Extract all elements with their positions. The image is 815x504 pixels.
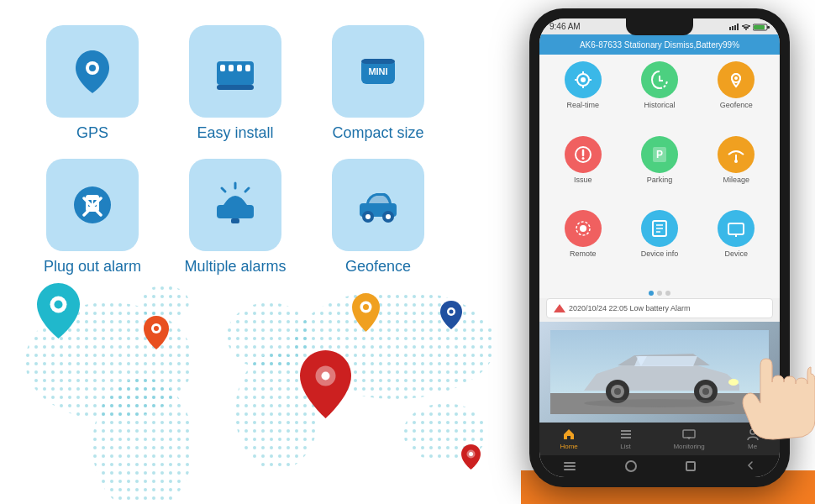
svg-rect-75 xyxy=(728,223,744,234)
svg-point-51 xyxy=(745,29,747,30)
phone-alert-text: 2020/10/24 22:05 Low battery Alarm xyxy=(569,304,691,312)
feature-geofence: Geofence xyxy=(311,159,445,276)
nav-monitoring-label: Monitoring xyxy=(673,443,704,450)
svg-rect-15 xyxy=(217,85,254,90)
svg-point-42 xyxy=(363,304,369,310)
map-pin-orange-medium-2 xyxy=(351,292,381,336)
app-parking[interactable]: P Parking xyxy=(623,136,696,207)
svg-point-87 xyxy=(702,388,709,395)
svg-point-40 xyxy=(322,372,330,381)
svg-point-32 xyxy=(365,214,371,219)
easy-install-icon-box xyxy=(189,25,281,118)
gps-icon-box xyxy=(46,25,139,118)
compact-size-icon-box: MINI xyxy=(332,25,424,118)
svg-point-56 xyxy=(581,77,586,82)
svg-rect-54 xyxy=(754,25,765,29)
nav-home[interactable]: Home xyxy=(560,428,577,450)
svg-point-38 xyxy=(154,326,159,331)
svg-rect-50 xyxy=(737,24,739,30)
features-grid: GPS Easy install MINI Comp xyxy=(25,25,445,276)
feature-compact-size: MINI Compact size xyxy=(311,25,445,142)
svg-text:MINI: MINI xyxy=(368,66,387,76)
svg-point-69 xyxy=(580,225,586,232)
android-nav-back xyxy=(745,459,755,474)
phone-notch xyxy=(626,18,693,35)
svg-text:P: P xyxy=(656,149,663,160)
svg-rect-49 xyxy=(734,25,736,30)
svg-rect-12 xyxy=(229,65,234,71)
svg-point-65 xyxy=(581,157,584,160)
svg-rect-18 xyxy=(361,59,395,64)
svg-point-34 xyxy=(386,214,391,219)
hand-pointer xyxy=(739,349,807,433)
app-issue-label: Issue xyxy=(574,176,592,184)
nav-home-label: Home xyxy=(560,443,577,450)
nav-monitoring[interactable]: Monitoring xyxy=(673,428,704,450)
app-historical[interactable]: Historical xyxy=(623,61,696,133)
plug-alarm-icon-box xyxy=(46,159,139,251)
app-realtime[interactable]: Real-time xyxy=(546,61,619,133)
phone-header: AK6-87633 Stationary Dismiss,Battery99% xyxy=(539,34,780,55)
svg-rect-13 xyxy=(237,65,242,71)
phone-time: 9:46 AM xyxy=(549,22,581,31)
svg-line-28 xyxy=(222,188,225,192)
feature-multiple-alarms: Multiple alarms xyxy=(168,159,302,276)
easy-install-label: Easy install xyxy=(197,124,273,142)
android-nav-square xyxy=(686,461,696,471)
svg-marker-78 xyxy=(554,304,565,312)
app-remote-label: Remote xyxy=(570,249,597,258)
app-mileage[interactable]: Mileage xyxy=(700,136,773,207)
svg-rect-47 xyxy=(729,27,731,30)
svg-rect-11 xyxy=(220,65,225,71)
svg-rect-53 xyxy=(767,26,770,29)
app-device-label: Device xyxy=(725,249,749,258)
svg-rect-29 xyxy=(231,218,239,223)
svg-point-9 xyxy=(89,65,96,71)
app-device[interactable]: Device xyxy=(700,210,773,281)
svg-rect-14 xyxy=(245,65,250,71)
svg-point-62 xyxy=(734,76,738,80)
app-historical-label: Historical xyxy=(644,101,675,109)
svg-point-44 xyxy=(450,310,454,314)
svg-point-7 xyxy=(139,286,189,319)
map-pin-darkblue-small xyxy=(439,300,463,333)
multiple-alarms-icon-box xyxy=(189,159,281,251)
app-geofence[interactable]: Geofence xyxy=(700,61,773,133)
svg-point-68 xyxy=(734,160,738,163)
map-pin-orange-medium xyxy=(143,315,170,354)
app-device-info[interactable]: Device info xyxy=(623,210,696,281)
app-mileage-label: Mileage xyxy=(723,176,750,184)
nav-list-label: List xyxy=(620,443,630,450)
app-remote[interactable]: Remote xyxy=(546,210,619,281)
nav-me-label: Me xyxy=(748,443,757,450)
gps-label: GPS xyxy=(76,124,108,142)
map-pin-red-large xyxy=(298,349,353,423)
map-pin-teal-large xyxy=(35,281,82,344)
svg-point-81 xyxy=(728,379,739,386)
map-pin-red-small xyxy=(460,444,481,474)
android-nav-lines xyxy=(564,462,576,470)
app-realtime-label: Real-time xyxy=(566,101,599,109)
app-issue[interactable]: Issue xyxy=(546,136,619,207)
feature-plug-alarm: Plug out alarm xyxy=(25,159,160,276)
svg-rect-92 xyxy=(683,430,695,438)
geofence-icon-box xyxy=(332,159,424,251)
page-dots xyxy=(539,288,780,298)
android-nav-circle xyxy=(625,460,637,472)
nav-list[interactable]: List xyxy=(619,428,633,450)
svg-point-46 xyxy=(469,452,473,456)
feature-easy-install: Easy install xyxy=(168,25,302,142)
svg-point-88 xyxy=(584,399,735,407)
phone-app-grid: Real-time Historical Geofence xyxy=(539,55,780,288)
android-nav xyxy=(539,455,780,477)
app-parking-label: Parking xyxy=(647,176,673,184)
svg-rect-48 xyxy=(732,26,734,30)
geofence-label: Geofence xyxy=(345,258,411,276)
feature-gps: GPS xyxy=(25,25,160,142)
app-geofence-label: Geofence xyxy=(720,101,753,109)
phone-container: 9:46 AM AK6-87633 Stationary Dismiss,Bat… xyxy=(529,8,790,487)
app-device-info-label: Device info xyxy=(641,249,679,258)
multiple-alarms-label: Multiple alarms xyxy=(184,258,286,276)
svg-line-27 xyxy=(245,188,249,192)
phone-alert-bar: 2020/10/24 22:05 Low battery Alarm xyxy=(546,298,773,318)
